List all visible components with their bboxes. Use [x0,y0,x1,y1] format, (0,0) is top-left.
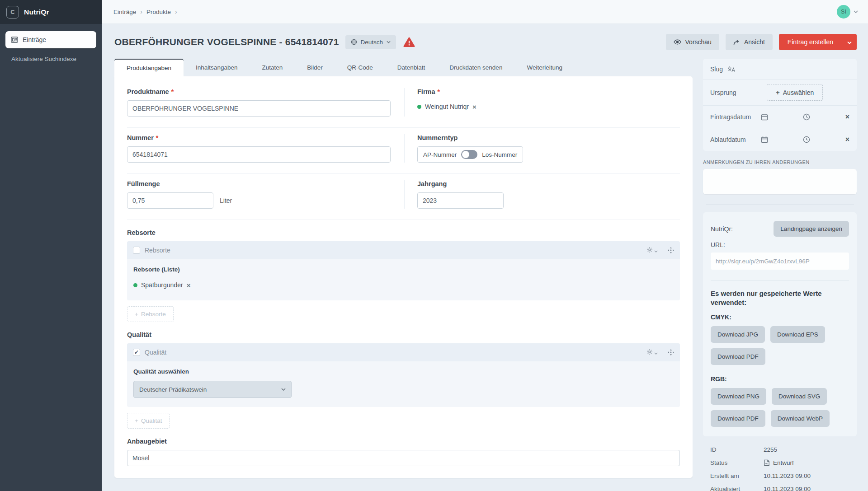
download-png-rgb-button[interactable]: Download PNG [711,388,766,405]
eintragsdatum-controls: × [761,113,849,121]
create-entry-split-button: Eintrag erstellen [779,34,857,50]
preview-button[interactable]: Vorschau [666,34,719,50]
url-input[interactable] [711,253,849,270]
tab-produktangaben[interactable]: Produktangaben [114,59,184,76]
tab-zutaten[interactable]: Zutaten [250,59,295,76]
saved-values-note: Es werden nur gespeicherte Werte verwend… [711,289,849,307]
breadcrumb-separator-icon: › [140,8,142,15]
clock-icon[interactable] [803,136,810,143]
ursprung-select-button[interactable]: + Auswählen [767,84,823,101]
breadcrumb-eintraege[interactable]: Einträge [113,9,136,15]
ursprung-row: Ursprung + Auswählen [703,79,857,106]
nummer-input[interactable] [127,146,391,163]
fuellmenge-input[interactable] [127,192,213,209]
fuellmenge-input-row: Liter [127,192,391,209]
divider [711,280,849,281]
tab-datenblatt[interactable]: Datenblatt [385,59,438,76]
tab-bar: Produktangaben Inhaltsangaben Zutaten Bi… [114,59,693,76]
nummerntyp-label: Nummerntyp [417,134,680,141]
qualitaet-select-value: Deutscher Prädikatswein [139,386,207,393]
view-button[interactable]: Ansicht [726,34,773,50]
document-icon [764,459,770,466]
download-jpg-cmyk-button[interactable]: Download JPG [711,326,765,343]
qualitaet-checkbox[interactable]: ✓ [133,349,140,356]
remove-icon[interactable]: × [187,282,191,289]
breadcrumb-produkte[interactable]: Produkte [146,9,171,15]
landingpage-button[interactable]: Landingpage anzeigen [774,221,849,237]
sidebar-item-eintraege[interactable]: Einträge [5,31,96,48]
eintragsdatum-row: Eintragsdatum [703,106,857,128]
remove-icon[interactable]: × [472,103,476,110]
app-root: C NutriQr Einträge Aktualisiere Suchinde… [0,0,868,491]
tab-inhaltsangaben[interactable]: Inhaltsangaben [184,59,250,76]
entry-settings-rows: Slug Ursprung + [703,59,857,151]
plus-icon: + [135,311,138,318]
ablaufdatum-row: Ablaufdatum [703,128,857,151]
ursprung-label: Ursprung [710,89,761,96]
forward-arrow-icon [733,39,740,45]
tab-weiterleitung[interactable]: Weiterleitung [514,59,575,76]
add-qualitaet-button[interactable]: + Qualität [127,413,170,429]
form-card: Produktname * Firma * [114,76,693,478]
clear-icon[interactable]: × [845,113,849,121]
drag-handle-icon[interactable] [668,349,674,355]
fuellmenge-label: Füllmenge [127,180,391,187]
form-row-nummer-nummerntyp: Nummer * Nummerntyp AP-Nummer [127,128,680,174]
download-pdf-cmyk-button[interactable]: Download PDF [711,348,765,365]
notes-textarea[interactable] [703,169,857,194]
ap-nummer-option[interactable]: AP-Nummer [423,151,457,158]
notes-section: ANMERKUNGEN ZU IHREN ÄNDERUNGEN [703,159,857,196]
page-title: OBERFÖHRUNGER VOGELSPINNE - 6541814071 [114,37,339,47]
anbaugebiet-input[interactable] [127,450,680,466]
gear-icon [646,349,653,356]
slug-row: Slug [703,59,857,79]
rebsorte-checkbox[interactable] [133,247,140,254]
avatar[interactable]: SI [837,5,850,19]
rgb-buttons: Download PNG Download SVG Download PDF D… [711,388,849,427]
cmyk-group: CMYK: Download JPG Download EPS Download… [711,313,849,365]
url-label: URL: [711,241,849,248]
tab-bilder[interactable]: Bilder [295,59,335,76]
calendar-icon[interactable] [761,113,768,121]
meta-updated-value: 10.11.2023 09:00 [764,486,811,491]
anbaugebiet-section: Anbaugebiet [127,438,680,466]
download-webp-rgb-button[interactable]: Download WebP [771,410,830,427]
required-marker: * [171,88,174,95]
download-eps-cmyk-button[interactable]: Download EPS [770,326,825,343]
settings-dropdown[interactable] [646,349,658,356]
qualitaet-panel-title: Qualität [145,349,166,356]
meta-id-value: 2255 [764,446,777,453]
globe-icon [351,39,357,45]
produktname-label: Produktname * [127,88,391,95]
los-nummer-option[interactable]: Los-Nummer [482,151,517,158]
breadcrumb: Einträge › Produkte › [113,8,177,15]
clear-icon[interactable]: × [845,136,849,143]
calendar-icon[interactable] [761,136,768,143]
jahrgang-field-group: Jahrgang [405,180,680,209]
qualitaet-select[interactable]: Deutscher Prädikatswein [133,381,292,398]
download-svg-rgb-button[interactable]: Download SVG [772,388,827,405]
clock-icon[interactable] [803,113,810,121]
rebsorte-tag: Spätburgunder × [133,279,190,291]
download-pdf-rgb-button[interactable]: Download PDF [711,410,765,427]
sidebar-link-update-index[interactable]: Aktualisiere Suchindexe [5,56,96,62]
nummerntyp-toggle[interactable] [461,150,477,159]
drag-handle-icon[interactable] [668,247,674,253]
jahrgang-input[interactable] [417,192,504,209]
tab-druckdaten-senden[interactable]: Druckdaten senden [437,59,514,76]
user-menu[interactable]: SI [837,5,858,19]
warning-icon[interactable] [403,37,415,47]
language-selector[interactable]: Deutsch [345,35,396,49]
settings-dropdown[interactable] [646,247,658,254]
tab-qr-code[interactable]: QR-Code [335,59,385,76]
ablaufdatum-label: Ablaufdatum [710,136,761,143]
produktname-input[interactable] [127,100,391,117]
create-entry-button[interactable]: Eintrag erstellen [779,34,842,50]
create-entry-dropdown-button[interactable] [842,34,857,50]
nutriqr-row: NutriQr: Landingpage anzeigen [711,221,849,237]
add-rebsorte-button[interactable]: + Rebsorte [127,306,174,322]
qualitaet-label-text: Qualität [127,331,151,338]
meta-row-updated: Aktualisiert 10.11.2023 09:00 [704,482,856,491]
cmyk-buttons: Download JPG Download EPS Download PDF [711,326,849,365]
translate-icon[interactable] [727,66,735,72]
